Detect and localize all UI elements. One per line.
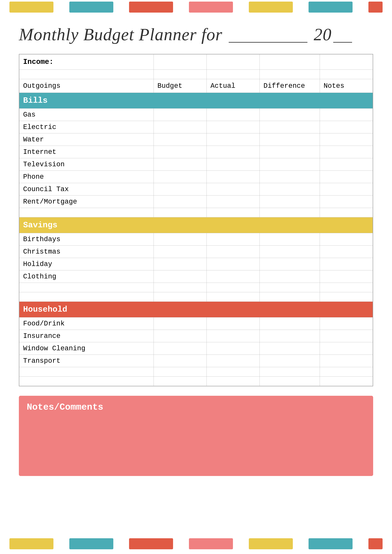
main-title: Monthly Budget Planner for 20 — [19, 22, 373, 44]
window-cleaning-diff[interactable] — [260, 342, 320, 355]
council-tax-diff[interactable] — [260, 183, 320, 196]
phone-budget[interactable] — [154, 171, 207, 183]
label-transport: Transport — [19, 355, 154, 367]
phone-actual[interactable] — [207, 171, 259, 183]
row-clothing: Clothing — [19, 270, 373, 283]
row-internet: Internet — [19, 146, 373, 158]
water-actual[interactable] — [207, 133, 259, 146]
transport-notes[interactable] — [320, 355, 373, 367]
holiday-budget[interactable] — [154, 258, 207, 270]
electric-notes[interactable] — [320, 121, 373, 133]
holiday-notes[interactable] — [320, 258, 373, 270]
internet-diff[interactable] — [260, 146, 320, 158]
internet-actual[interactable] — [207, 146, 259, 158]
food-diff[interactable] — [260, 317, 320, 330]
water-budget[interactable] — [154, 133, 207, 146]
clothing-notes[interactable] — [320, 270, 373, 283]
notes-textarea[interactable] — [27, 415, 365, 469]
electric-budget[interactable] — [154, 121, 207, 133]
electric-diff[interactable] — [260, 121, 320, 133]
transport-actual[interactable] — [207, 355, 259, 367]
birthdays-actual[interactable] — [207, 233, 259, 246]
row-window-cleaning: Window Cleaning — [19, 342, 373, 355]
phone-notes[interactable] — [320, 171, 373, 183]
holiday-actual[interactable] — [207, 258, 259, 270]
rent-notes[interactable] — [320, 196, 373, 208]
birthdays-notes[interactable] — [320, 233, 373, 246]
clothing-actual[interactable] — [207, 270, 259, 283]
name-blank[interactable] — [229, 22, 308, 43]
row-phone: Phone — [19, 171, 373, 183]
internet-notes[interactable] — [320, 146, 373, 158]
income-budget-cell[interactable] — [154, 54, 207, 70]
top-bar-yellow-2 — [249, 2, 293, 13]
gas-notes[interactable] — [320, 108, 373, 121]
rent-diff[interactable] — [260, 196, 320, 208]
top-color-bars — [0, 0, 392, 13]
holiday-diff[interactable] — [260, 258, 320, 270]
christmas-notes[interactable] — [320, 246, 373, 258]
birthdays-diff[interactable] — [260, 233, 320, 246]
insurance-diff[interactable] — [260, 330, 320, 342]
column-header-row: Outgoings Budget Actual Difference Notes — [19, 79, 373, 93]
page: Monthly Budget Planner for 20 Income: — [0, 0, 392, 554]
gas-actual[interactable] — [207, 108, 259, 121]
row-insurance: Insurance — [19, 330, 373, 342]
insurance-budget[interactable] — [154, 330, 207, 342]
label-window-cleaning: Window Cleaning — [19, 342, 154, 355]
television-actual[interactable] — [207, 158, 259, 171]
christmas-diff[interactable] — [260, 246, 320, 258]
transport-budget[interactable] — [154, 355, 207, 367]
gas-budget[interactable] — [154, 108, 207, 121]
window-cleaning-actual[interactable] — [207, 342, 259, 355]
phone-diff[interactable] — [260, 171, 320, 183]
spacer-row-2 — [19, 208, 373, 217]
transport-diff[interactable] — [260, 355, 320, 367]
row-food-drink: Food/Drink — [19, 317, 373, 330]
income-notes-cell[interactable] — [320, 54, 373, 70]
food-budget[interactable] — [154, 317, 207, 330]
label-insurance: Insurance — [19, 330, 154, 342]
water-notes[interactable] — [320, 133, 373, 146]
income-diff-cell[interactable] — [260, 54, 320, 70]
electric-actual[interactable] — [207, 121, 259, 133]
food-actual[interactable] — [207, 317, 259, 330]
television-diff[interactable] — [260, 158, 320, 171]
christmas-budget[interactable] — [154, 246, 207, 258]
television-notes[interactable] — [320, 158, 373, 171]
income-actual-cell[interactable] — [207, 54, 259, 70]
internet-budget[interactable] — [154, 146, 207, 158]
council-tax-budget[interactable] — [154, 183, 207, 196]
food-notes[interactable] — [320, 317, 373, 330]
christmas-actual[interactable] — [207, 246, 259, 258]
clothing-budget[interactable] — [154, 270, 207, 283]
council-tax-notes[interactable] — [320, 183, 373, 196]
water-diff[interactable] — [260, 133, 320, 146]
bottom-bar-pink-1 — [189, 538, 233, 549]
window-cleaning-notes[interactable] — [320, 342, 373, 355]
col-difference-header: Difference — [260, 79, 320, 93]
insurance-actual[interactable] — [207, 330, 259, 342]
gas-diff[interactable] — [260, 108, 320, 121]
row-electric: Electric — [19, 121, 373, 133]
row-holiday: Holiday — [19, 258, 373, 270]
spacer-row-5 — [19, 367, 373, 376]
income-label: Income: — [19, 54, 154, 70]
year-blank[interactable] — [333, 22, 352, 43]
row-television: Television — [19, 158, 373, 171]
television-budget[interactable] — [154, 158, 207, 171]
row-rent-mortgage: Rent/Mortgage — [19, 196, 373, 208]
label-council-tax: Council Tax — [19, 183, 154, 196]
birthdays-budget[interactable] — [154, 233, 207, 246]
bottom-color-bars — [0, 538, 392, 551]
council-tax-actual[interactable] — [207, 183, 259, 196]
top-bar-red-1 — [129, 2, 173, 13]
insurance-notes[interactable] — [320, 330, 373, 342]
window-cleaning-budget[interactable] — [154, 342, 207, 355]
clothing-diff[interactable] — [260, 270, 320, 283]
rent-actual[interactable] — [207, 196, 259, 208]
label-phone: Phone — [19, 171, 154, 183]
rent-budget[interactable] — [154, 196, 207, 208]
title-section: Monthly Budget Planner for 20 — [0, 13, 392, 51]
bills-header-row: Bills — [19, 93, 373, 108]
